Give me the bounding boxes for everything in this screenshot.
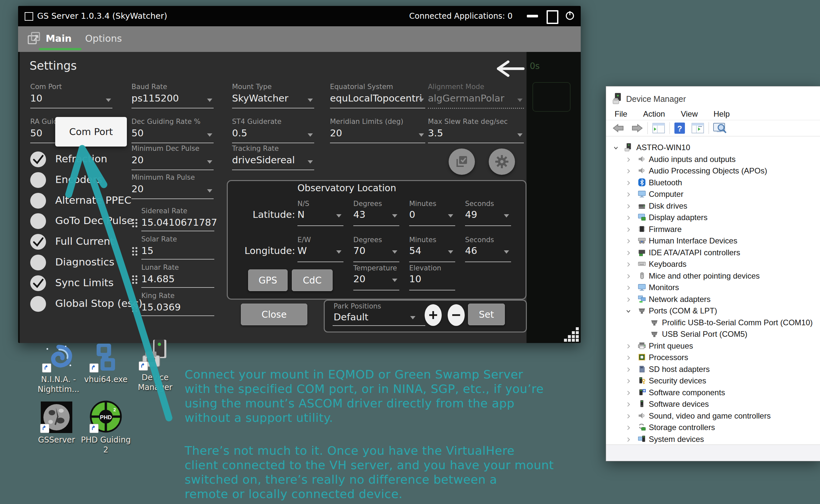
field-lunar-rate-drag-handle-icon[interactable] (132, 275, 137, 284)
field-equatorial-system-caret-icon[interactable] (419, 99, 424, 102)
chevron-collapsed-icon[interactable] (625, 226, 632, 232)
tree-item-print-queues[interactable]: Print queues (607, 340, 820, 352)
field-minimum-ra-pulse-caret-icon[interactable] (207, 189, 212, 193)
menu-item-file[interactable]: File (611, 109, 631, 119)
cdc-button[interactable]: CdC (292, 269, 333, 291)
field-sidereal-rate-value[interactable]: 15.0410671787 (141, 217, 217, 228)
tree-item-mice-and-other-pointing-devices[interactable]: Mice and other pointing devices (607, 270, 820, 282)
tree-item-processors[interactable]: Processors (607, 352, 820, 363)
field-equatorial-system-value[interactable]: equLocalTopocentri (330, 93, 422, 104)
park-dropdown-caret-icon[interactable] (410, 316, 415, 319)
longitude-e-w-caret-icon[interactable] (336, 250, 341, 254)
gps-button[interactable]: GPS (248, 269, 288, 291)
field-mount-type-caret-icon[interactable] (308, 99, 313, 102)
resize-window-icon[interactable] (27, 32, 41, 47)
field-max-slew-rate-deg-sec-caret-icon[interactable] (517, 133, 523, 137)
chevron-collapsed-icon[interactable] (625, 366, 632, 372)
tree-item-sd-host-adapters[interactable]: SD host adapters (607, 363, 820, 375)
temperature-value[interactable]: 20 (353, 273, 365, 285)
toolbar-scan-hardware-icon[interactable] (712, 121, 729, 135)
elevation-value[interactable]: 10 (409, 273, 421, 285)
checkbox-global-stop-esc-[interactable] (30, 296, 46, 312)
latitude-minutes-value[interactable]: 0 (409, 209, 415, 220)
menu-item-view[interactable]: View (677, 109, 701, 119)
field-baud-rate-value[interactable]: ps115200 (131, 93, 179, 104)
field-lunar-rate-value[interactable]: 14.685 (141, 273, 175, 285)
latitude-seconds-caret-icon[interactable] (504, 214, 509, 218)
field-dec-guiding-rate--value[interactable]: 50 (131, 127, 144, 139)
field-st4-guiderate-caret-icon[interactable] (308, 133, 313, 137)
chevron-collapsed-icon[interactable] (625, 284, 632, 290)
tree-item-audio-processing-objects-apos-[interactable]: Audio Processing Objects (APOs) (607, 165, 820, 177)
close-button[interactable]: Close (241, 304, 307, 325)
field-ra-guiding-rate--value[interactable]: 50 (30, 127, 42, 139)
longitude-seconds-value[interactable]: 46 (465, 245, 477, 256)
tree-item-computer[interactable]: Computer (607, 188, 820, 200)
chevron-collapsed-icon[interactable] (625, 191, 632, 197)
field-baud-rate-caret-icon[interactable] (207, 99, 212, 102)
field-st4-guiderate-value[interactable]: 0.5 (232, 127, 247, 139)
tree-item-software-devices[interactable]: Software devices (607, 398, 820, 410)
chevron-collapsed-icon[interactable] (625, 436, 632, 442)
longitude-degrees-value[interactable]: 70 (353, 245, 365, 256)
tree-item-usb-serial-port-com5-[interactable]: USB Serial Port (COM5) (607, 328, 820, 340)
tab-main[interactable]: Main (46, 33, 72, 44)
mount-settings-button[interactable] (489, 149, 515, 175)
toolbar-nav-back-icon[interactable] (611, 122, 626, 134)
chevron-collapsed-icon[interactable] (625, 214, 632, 220)
chevron-collapsed-icon[interactable] (625, 342, 632, 349)
park-remove-button[interactable] (448, 304, 465, 326)
tree-item-firmware[interactable]: Firmware (607, 223, 820, 235)
tree-item-keyboards[interactable]: Keyboards (607, 258, 820, 270)
chevron-collapsed-icon[interactable] (625, 424, 632, 430)
minimize-icon[interactable] (527, 15, 538, 17)
resize-grip[interactable] (564, 327, 579, 343)
field-mount-type-value[interactable]: SkyWatcher (232, 93, 288, 104)
park-positions-value[interactable]: Default (334, 311, 368, 323)
tab-options[interactable]: Options (85, 33, 122, 44)
latitude-degrees-caret-icon[interactable] (392, 214, 397, 218)
latitude-seconds-value[interactable]: 49 (465, 209, 477, 220)
tree-item-prolific-usb-to-serial-comm-port-com10-[interactable]: Prolific USB-to-Serial Comm Port (COM10) (607, 317, 820, 329)
field-max-slew-rate-deg-sec-value[interactable]: 3.5 (428, 127, 443, 139)
field-com-port-caret-icon[interactable] (106, 99, 111, 102)
checkbox-goto-dec-pulse[interactable] (30, 213, 46, 229)
tree-item-display-adapters[interactable]: Display adapters (607, 212, 820, 223)
tree-item-security-devices[interactable]: Security devices (607, 375, 820, 387)
tree-item-human-interface-devices[interactable]: Human Interface Devices (607, 235, 820, 247)
toolbar-help-icon[interactable]: ? (672, 121, 687, 135)
desktop-icon-phd-guiding[interactable]: PHD2PHD Guiding 2 (73, 401, 139, 455)
chevron-collapsed-icon[interactable] (625, 167, 632, 174)
menu-item-action[interactable]: Action (640, 109, 668, 119)
tree-item-storage-controllers[interactable]: Storage controllers (607, 422, 820, 433)
tree-item-monitors[interactable]: Monitors (607, 282, 820, 293)
toolbar-properties-icon[interactable] (690, 121, 706, 135)
chevron-expanded-icon[interactable] (613, 144, 619, 150)
chevron-collapsed-icon[interactable] (625, 389, 632, 396)
tree-item-ports-com-lpt-[interactable]: Ports (COM & LPT) (607, 305, 820, 317)
chevron-collapsed-icon[interactable] (625, 156, 632, 162)
longitude-seconds-caret-icon[interactable] (504, 250, 509, 254)
chevron-collapsed-icon[interactable] (625, 249, 632, 256)
field-minimum-dec-pulse-value[interactable]: 20 (131, 154, 144, 166)
latitude-degrees-value[interactable]: 43 (353, 209, 365, 220)
chevron-collapsed-icon[interactable] (625, 237, 632, 244)
chevron-collapsed-icon[interactable] (625, 179, 632, 186)
gs-titlebar[interactable]: GS Server 1.0.3.4 (SkyWatcher) Connected… (18, 6, 581, 26)
tree-item-astro-win10[interactable]: ASTRO-WIN10 (607, 142, 820, 153)
tree-item-disk-drives[interactable]: Disk drives (607, 200, 820, 212)
tree-item-software-components[interactable]: Software components (607, 387, 820, 399)
menu-item-help[interactable]: Help (710, 109, 733, 119)
tree-item-ide-ata-atapi-controllers[interactable]: IDE ATA/ATAPI controllers (607, 247, 820, 259)
temperature-caret-icon[interactable] (392, 279, 397, 282)
chevron-collapsed-icon[interactable] (625, 377, 632, 384)
sync-check-button[interactable] (449, 149, 475, 175)
field-com-port-value[interactable]: 10 (30, 93, 42, 104)
field-solar-rate-value[interactable]: 15 (141, 245, 153, 256)
power-icon[interactable] (565, 11, 575, 20)
tree-item-network-adapters[interactable]: Network adapters (607, 293, 820, 305)
park-set-button[interactable]: Set (468, 304, 505, 325)
checkbox-diagnostics[interactable] (30, 255, 46, 270)
field-tracking-rate-caret-icon[interactable] (308, 160, 313, 164)
tree-item-audio-inputs-and-outputs[interactable]: Audio inputs and outputs (607, 153, 820, 165)
